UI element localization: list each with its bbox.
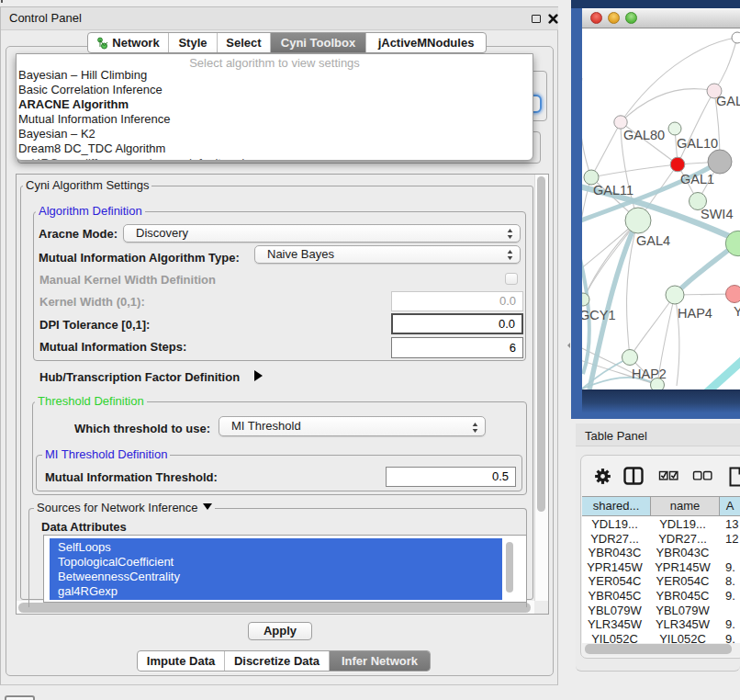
svg-text:HAP2: HAP2: [632, 367, 667, 381]
svg-text:YM: YM: [734, 304, 740, 319]
svg-text:GAL1: GAL1: [680, 172, 714, 186]
svg-text:SWI4: SWI4: [701, 207, 733, 221]
svg-text:GAL80: GAL80: [623, 128, 665, 142]
svg-text:HAP4: HAP4: [678, 306, 712, 321]
svg-text:GAL11: GAL11: [593, 183, 633, 198]
svg-text:GAL7: GAL7: [716, 94, 740, 108]
svg-text:GAL10: GAL10: [677, 136, 718, 151]
svg-text:GAL4: GAL4: [636, 233, 670, 248]
svg-text:GCY1: GCY1: [582, 308, 616, 322]
